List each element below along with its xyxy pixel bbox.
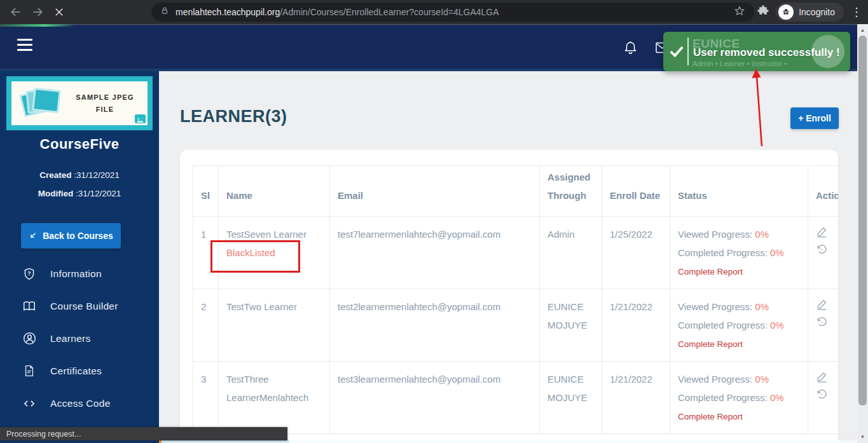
learners-table: Sl Name Email Assigned Through Enroll Da… [193,165,838,434]
image-icon [135,114,146,123]
col-header-name: Name [219,166,330,217]
loading-progress-bar [0,24,75,27]
cell-name: TestThree LearnerMenlahtech [219,362,330,434]
success-check-icon [668,43,685,62]
scrollbar-up-arrow[interactable]: ▲ [857,25,868,36]
edit-pencil-icon[interactable] [816,370,838,385]
edit-pencil-icon[interactable] [816,225,838,240]
cell-enroll-date: 1/25/2022 [602,217,670,289]
bookmark-star-icon[interactable] [734,5,745,19]
cell-assigned-through: EUNICE MOJUYE [540,289,602,362]
learners-table-card: Sl Name Email Assigned Through Enroll Da… [180,150,838,443]
forward-icon[interactable] [27,1,48,23]
toast-divider [687,37,689,65]
scrollbar-thumb[interactable] [858,36,867,406]
user-roles: Admin • Learner • Instructor • [692,60,787,67]
edit-pencil-icon[interactable] [816,297,838,313]
col-header-status: Status [670,166,808,217]
annotation-box [210,240,300,273]
page-scrollbar[interactable]: ▲ ▼ [857,24,868,443]
col-header-action: Action [808,166,839,217]
shield-question-icon: ? [21,266,38,282]
arrow-down-left-icon [29,231,38,240]
certificate-document-icon [21,364,38,378]
cell-actions [808,362,839,434]
cell-email: test3learnermenlahtech@yopmail.com [330,362,540,434]
cell-enroll-date: 1/21/2022 [602,362,670,434]
extensions-icon[interactable] [757,4,769,20]
url-text: menlahtech.teachpupil.org/Admin/Courses/… [176,7,729,17]
col-header-assigned-through: Assigned Through [540,166,602,217]
cell-email: test7learnermenlahtech@yopmail.com [330,217,540,289]
restore-user-icon[interactable] [816,315,838,331]
cell-sl: 2 [193,289,219,362]
incognito-label: Incognito [799,7,835,17]
restore-user-icon[interactable] [816,388,838,403]
chrome-divider [0,24,868,25]
cell-name: TestTwo Learner [219,289,330,362]
photo-stack-icon [20,85,66,122]
scrollbar-down-arrow[interactable]: ▼ [857,432,868,442]
cell-email: test2learnermenlahtech@yopmail.com [330,289,540,362]
course-created-date: Created :31/12/2021 [0,170,159,180]
course-image-caption: SAMPLE JPEG FILE [66,92,148,115]
cell-actions [808,217,839,289]
back-to-courses-button[interactable]: Back to Courses [21,223,121,249]
stop-icon[interactable] [48,1,70,23]
cell-status: Viewed Progress:0% Completed Progress:0%… [670,289,808,362]
lock-icon [160,6,169,18]
course-sidebar: SAMPLE JPEG FILE CourseFive Created :31/… [0,71,159,443]
back-icon[interactable] [5,1,27,23]
hamburger-menu-icon[interactable] [17,39,32,51]
screenshot-root: menlahtech.teachpupil.org/Admin/Courses/… [0,0,868,443]
course-thumbnail: SAMPLE JPEG FILE [6,76,153,130]
cell-actions [808,289,839,362]
sidebar-menu: ? Information Course Builder Learners [0,257,159,419]
table-header-row: Sl Name Email Assigned Through Enroll Da… [193,166,839,217]
browser-menu-kebab-icon[interactable]: ⋮ [850,5,863,19]
sidebar-item-course-builder[interactable]: Course Builder [0,290,159,322]
complete-report-link[interactable]: Complete Report [678,411,743,423]
restore-user-icon[interactable] [816,243,838,258]
avatar[interactable] [811,35,844,68]
learner-row: 2 TestTwo Learner test2learnermenlahtech… [193,289,839,362]
course-modified-date: Modified :31/12/2021 [0,189,159,198]
page-title: LEARNER(3) [180,107,287,126]
open-book-icon [21,299,38,313]
cell-sl: 3 [193,362,219,434]
processing-status-bar: Processing request... [0,427,287,440]
col-header-sl: Sl [193,166,219,217]
cell-assigned-through: EUNICE MOJUYE [540,362,602,434]
complete-report-link[interactable]: Complete Report [678,266,743,278]
browser-toolbar: menlahtech.teachpupil.org/Admin/Courses/… [0,0,868,24]
sidebar-item-learners[interactable]: Learners [0,322,159,355]
sidebar-item-certificates[interactable]: Certificates [0,355,159,387]
cell-status: Viewed Progress:0% Completed Progress:0%… [670,362,808,434]
code-brackets-icon [21,397,38,410]
sidebar-item-information[interactable]: ? Information [0,257,159,290]
col-header-enroll-date: Enroll Date [602,166,670,217]
incognito-badge: Incognito [776,3,844,22]
cell-assigned-through: Admin [540,217,602,289]
cell-status: Viewed Progress:0% Completed Progress:0%… [670,217,808,289]
incognito-icon [778,4,794,20]
col-header-email: Email [330,166,540,217]
address-bar[interactable]: menlahtech.teachpupil.org/Admin/Courses/… [151,3,754,22]
learner-row: 3 TestThree LearnerMenlahtech test3learn… [193,362,839,434]
annotation-arrow [748,67,773,151]
course-title: CourseFive [0,136,159,153]
enroll-button[interactable]: + Enroll [790,107,839,129]
cell-enroll-date: 1/21/2022 [602,289,670,362]
complete-report-link[interactable]: Complete Report [678,338,743,351]
notifications-bell-icon[interactable] [623,39,638,58]
toast-notification[interactable]: EUNICE User removed successfully ! Admin… [663,32,850,71]
svg-text:?: ? [27,270,31,276]
sidebar-item-access-code[interactable]: Access Code [0,387,159,419]
person-circle-icon [21,331,38,346]
